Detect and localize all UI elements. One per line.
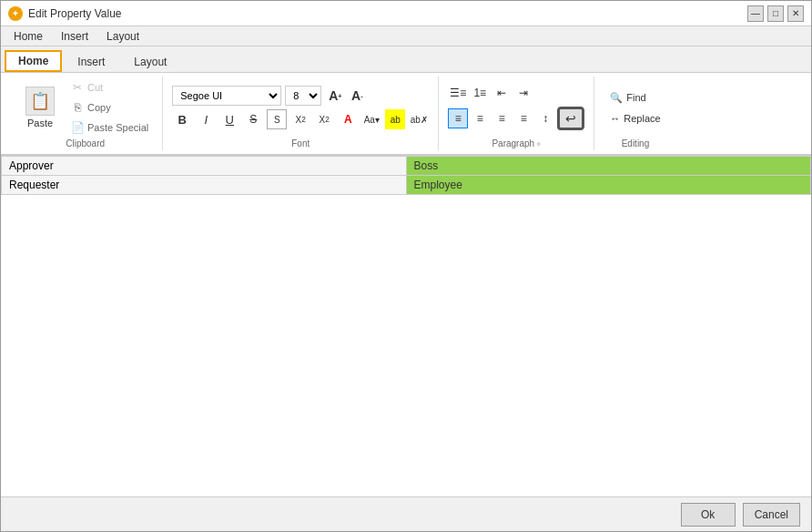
window-title: Edit Property Value: [28, 7, 122, 20]
undo-button-highlighted[interactable]: ↩: [557, 107, 584, 130]
align-center-button[interactable]: ≡: [470, 108, 490, 128]
cut-label: Cut: [87, 82, 103, 93]
para-row1: ☰≡ 1≡ ⇤ ⇥: [448, 83, 584, 103]
ok-button[interactable]: Ok: [681, 503, 736, 527]
paste-icon: 📋: [25, 87, 55, 116]
clear-format-button[interactable]: ab✗: [409, 109, 429, 129]
property-table: ApproverBossRequesterEmployee: [1, 156, 811, 195]
replace-button[interactable]: ↔ Replace: [604, 110, 666, 127]
tab-layout[interactable]: Layout: [120, 51, 180, 72]
paragraph-controls: ☰≡ 1≡ ⇤ ⇥ ≡ ≡ ≡ ≡ ↕ ↩: [448, 83, 584, 130]
editing-content: 🔍 Find ↔ Replace: [604, 78, 666, 137]
clipboard-group: 📋 Paste ✂ Cut ⎘ Copy: [8, 77, 163, 150]
align-left-button[interactable]: ≡: [448, 108, 468, 128]
cancel-button[interactable]: Cancel: [743, 503, 800, 527]
find-icon: 🔍: [610, 92, 623, 104]
ribbon: Home Insert Layout 📋 Paste ✂: [1, 46, 811, 156]
key-cell: Requester: [2, 176, 407, 195]
small-clipboard-buttons: ✂ Cut ⎘ Copy 📄 Paste Special: [66, 78, 153, 137]
paragraph-label: Paragraph: [492, 137, 534, 148]
font-color-button[interactable]: A: [338, 109, 358, 129]
data-area: ApproverBossRequesterEmployee: [1, 156, 811, 496]
highlight-button[interactable]: ab: [385, 109, 405, 129]
editing-controls: 🔍 Find ↔ Replace: [604, 89, 666, 127]
bullets-button[interactable]: ☰≡: [448, 83, 468, 103]
paragraph-content: ☰≡ 1≡ ⇤ ⇥ ≡ ≡ ≡ ≡ ↕ ↩: [448, 78, 584, 135]
close-button[interactable]: ✕: [787, 5, 804, 22]
shrink-font-button[interactable]: A-: [347, 86, 367, 106]
replace-label: Replace: [624, 113, 660, 124]
main-window: ✦ Edit Property Value — □ ✕ Home Insert …: [0, 0, 812, 532]
grow-font-button[interactable]: A+: [325, 86, 345, 106]
table-row: RequesterEmployee: [2, 176, 811, 195]
font-name-select[interactable]: Segoe UI: [172, 86, 281, 106]
tab-insert[interactable]: Insert: [64, 51, 118, 72]
maximize-button[interactable]: □: [767, 5, 784, 22]
para-row2: ≡ ≡ ≡ ≡ ↕ ↩: [448, 107, 584, 130]
menu-bar: Home Insert Layout: [1, 26, 811, 46]
clipboard-area: 📋 Paste ✂ Cut ⎘ Copy: [17, 78, 153, 137]
find-button[interactable]: 🔍 Find: [604, 89, 666, 107]
minimize-button[interactable]: —: [747, 5, 764, 22]
paste-button[interactable]: 📋 Paste: [17, 78, 63, 137]
superscript-button[interactable]: X2: [290, 109, 310, 129]
cut-icon: ✂: [71, 81, 84, 94]
ribbon-tabs: Home Insert Layout: [1, 46, 811, 72]
paragraph-group: ☰≡ 1≡ ⇤ ⇥ ≡ ≡ ≡ ≡ ↕ ↩: [439, 77, 594, 150]
menu-layout[interactable]: Layout: [97, 28, 148, 45]
key-cell: Approver: [2, 157, 407, 176]
line-spacing-button[interactable]: ↕: [535, 108, 555, 128]
paragraph-label-row: Paragraph ⬦: [492, 135, 541, 148]
font-controls: Segoe UI 8 A+ A- B I: [172, 86, 429, 129]
underline-button[interactable]: U: [219, 109, 239, 129]
justify-button[interactable]: ≡: [513, 108, 533, 128]
tab-home[interactable]: Home: [5, 50, 62, 72]
paste-special-label: Paste Special: [87, 122, 148, 133]
value-cell[interactable]: Boss: [406, 157, 811, 176]
subscript-button[interactable]: X2: [314, 109, 334, 129]
font-label: Font: [291, 137, 310, 148]
footer: Ok Cancel: [1, 496, 811, 531]
font-size-select[interactable]: 8: [285, 86, 321, 106]
italic-button[interactable]: I: [196, 109, 216, 129]
ribbon-content: 📋 Paste ✂ Cut ⎘ Copy: [1, 72, 811, 154]
bold-button[interactable]: B: [172, 109, 192, 129]
title-bar-left: ✦ Edit Property Value: [8, 6, 122, 21]
font-content: Segoe UI 8 A+ A- B I: [172, 78, 429, 137]
clipboard-content: 📋 Paste ✂ Cut ⎘ Copy: [17, 78, 153, 137]
editing-label: Editing: [622, 137, 650, 148]
font-row2: B I U S S X2 X2 A Aa▾ ab ab✗: [172, 109, 429, 129]
font-group: Segoe UI 8 A+ A- B I: [163, 77, 439, 150]
strikethrough-button[interactable]: S: [243, 109, 263, 129]
clipboard-label: Clipboard: [66, 137, 105, 148]
title-bar: ✦ Edit Property Value — □ ✕: [1, 1, 811, 26]
font-row1: Segoe UI 8 A+ A-: [172, 86, 429, 106]
indent-button[interactable]: ⇥: [513, 83, 533, 103]
cut-button[interactable]: ✂ Cut: [66, 78, 153, 97]
editing-group: 🔍 Find ↔ Replace Editing: [594, 77, 675, 150]
menu-insert[interactable]: Insert: [52, 28, 97, 45]
copy-label: Copy: [87, 102, 111, 113]
copy-button[interactable]: ⎘ Copy: [66, 98, 153, 117]
app-icon: ✦: [8, 6, 23, 21]
find-label: Find: [626, 92, 645, 103]
table-row: ApproverBoss: [2, 157, 811, 176]
value-cell[interactable]: Employee: [406, 176, 811, 195]
menu-home[interactable]: Home: [5, 28, 52, 45]
title-controls: — □ ✕: [747, 5, 804, 22]
paste-special-icon: 📄: [71, 121, 84, 134]
case-button[interactable]: Aa▾: [361, 109, 381, 129]
paste-label: Paste: [27, 118, 53, 128]
paste-special-button[interactable]: 📄 Paste Special: [66, 118, 153, 137]
replace-icon: ↔: [610, 113, 620, 124]
paragraph-expand-icon[interactable]: ⬦: [536, 138, 541, 148]
strikethrough2-button[interactable]: S: [267, 109, 287, 129]
numbering-button[interactable]: 1≡: [470, 83, 490, 103]
outdent-button[interactable]: ⇤: [492, 83, 512, 103]
align-right-button[interactable]: ≡: [492, 108, 512, 128]
grow-shrink-group: A+ A-: [325, 86, 367, 106]
copy-icon: ⎘: [71, 101, 84, 114]
